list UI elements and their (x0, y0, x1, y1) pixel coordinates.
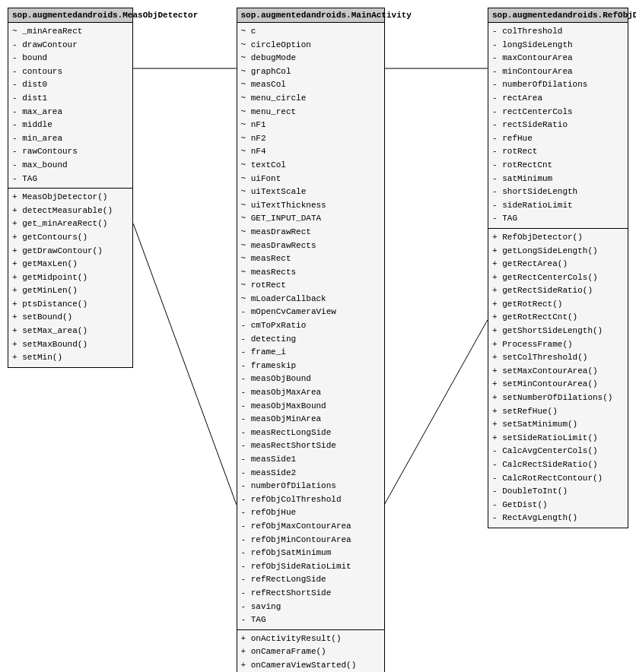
field-item: - middle (12, 119, 129, 132)
field-item: - measObjMaxBound (241, 400, 380, 414)
field-item: - refHue (492, 132, 624, 146)
method-item: + getDrawContour() (12, 245, 129, 258)
field-item: ~ uiFont (241, 173, 380, 186)
field-item: - dist1 (12, 92, 129, 106)
field-item: ~ debugMode (241, 52, 380, 65)
field-item: ~ measRects (241, 266, 380, 280)
method-item: + ptsDistance() (12, 298, 129, 312)
field-item: ~ menu_circle (241, 92, 380, 106)
field-item: - frame_i (241, 346, 380, 360)
field-item: - rectArea (492, 92, 624, 106)
svg-line-1 (133, 223, 237, 504)
field-item: - drawContour (12, 39, 129, 52)
field-item: ~ mLoaderCallback (241, 293, 380, 306)
method-item: + getShortSideLength() (492, 325, 624, 338)
field-item: - refRectShortSide (241, 587, 380, 601)
field-item: - refObjMinContourArea (241, 534, 380, 547)
field-item: - satMinimum (492, 173, 624, 186)
field-item: ~ uiTextThickness (241, 199, 380, 213)
svg-line-3 (385, 320, 488, 505)
left-class-box: sop.augmentedandroids.MeasObjDetector ~ … (8, 8, 133, 368)
field-item: - shortSideLength (492, 185, 624, 199)
method-item: + getRectSideRatio() (492, 284, 624, 298)
field-item: - numberOfDilations (241, 480, 380, 493)
field-item: - sideRatioLimit (492, 199, 624, 213)
field-item: - refObjSatMinimum (241, 547, 380, 560)
method-item: + getRotRect() (492, 298, 624, 312)
method-item: + getRotRectCnt() (492, 311, 624, 325)
method-item: + getRectCenterCols() (492, 271, 624, 285)
right-class-box: sop.augmentedandroids.RefObjDetector - c… (488, 8, 628, 528)
method-item: + get_minAreaRect() (12, 217, 129, 231)
field-item: - rawContours (12, 145, 129, 159)
right-fields-section: - colThreshold- longSideLength- maxConto… (488, 23, 628, 229)
left-connector-area (170, 8, 200, 672)
field-item: ~ measCol (241, 78, 380, 92)
field-item: - refObjHue (241, 506, 380, 520)
center-fields-section: ~ c~ circleOption~ debugMode~ graphCol~ … (237, 23, 384, 630)
field-item: - TAG (241, 613, 380, 627)
method-item: + setSideRatioLimit() (492, 432, 624, 445)
field-item: - rotRect (492, 145, 624, 159)
method-item: + detectMeasurable() (12, 204, 129, 218)
method-item: + getMaxLen() (12, 258, 129, 271)
field-item: - frameskip (241, 360, 380, 373)
method-item: - DoubleToInt() (492, 485, 624, 499)
field-item: ~ menu_rect (241, 106, 380, 119)
field-item: - contours (12, 65, 129, 79)
field-item: ~ nF4 (241, 145, 380, 159)
field-item: - dist0 (12, 78, 129, 92)
method-item: - CalcRotRectContour() (492, 472, 624, 486)
left-methods-section: + MeasObjDetector()+ detectMeasurable()+… (8, 189, 132, 367)
field-item: ~ GET_INPUT_DATA (241, 212, 380, 226)
method-item: + setMinContourArea() (492, 378, 624, 391)
method-item: + ProcessFrame() (492, 338, 624, 352)
field-item: - detecting (241, 333, 380, 347)
field-item: - max_bound (12, 159, 129, 173)
field-item: - rotRectCnt (492, 159, 624, 173)
method-item: + setColThreshold() (492, 351, 624, 365)
method-item: + getLongSideLength() (492, 245, 624, 258)
field-item: ~ measRect (241, 252, 380, 266)
method-item: - CalcAvgCenterCols() (492, 445, 624, 458)
method-item: + setMaxContourArea() (492, 365, 624, 379)
method-item: + getRectArea() (492, 258, 624, 271)
field-item: - TAG (492, 212, 624, 226)
right-methods-section: + RefObjDetector()+ getLongSideLength()+… (488, 229, 628, 528)
method-item: - RectAvgLength() (492, 512, 624, 525)
method-item: + setSatMinimum() (492, 418, 624, 432)
field-item: - numberOfDilations (492, 78, 624, 92)
field-item: - bound (12, 52, 129, 65)
field-item: - cmToPxRatio (241, 319, 380, 333)
field-item: ~ c (241, 25, 380, 39)
right-class-title: sop.augmentedandroids.RefObjDetector (488, 8, 628, 23)
field-item: - rectSideRatio (492, 119, 624, 132)
field-item: - measObjBound (241, 372, 380, 386)
method-item: + setMaxBound() (12, 338, 129, 352)
method-item: + onCameraFrame() (241, 645, 380, 659)
method-item: + setNumberOfDilations() (492, 391, 624, 405)
method-item: + onCameraViewStarted() (241, 659, 380, 672)
field-item: - refObjMaxContourArea (241, 520, 380, 534)
field-item: ~ measDrawRects (241, 239, 380, 253)
field-item: - min_area (12, 132, 129, 146)
method-item: + setRefHue() (492, 405, 624, 419)
field-item: - minContourArea (492, 65, 624, 79)
field-item: ~ nF1 (241, 119, 380, 132)
field-item: - mOpenCvCameraView (241, 306, 380, 319)
method-item: - CalcRectSideRatio() (492, 458, 624, 472)
field-item: ~ nF2 (241, 132, 380, 146)
field-item: ~ uiTextScale (241, 185, 380, 199)
method-item: + onActivityResult() (241, 632, 380, 646)
left-fields-section: ~ _minAreaRect- drawContour- bound- cont… (8, 23, 132, 189)
field-item: - TAG (12, 173, 129, 186)
field-item: ~ measDrawRect (241, 226, 380, 239)
field-item: ~ textCol (241, 159, 380, 173)
field-item: - longSideLength (492, 39, 624, 52)
field-item: ~ circleOption (241, 39, 380, 52)
left-class-title: sop.augmentedandroids.MeasObjDetector (8, 8, 132, 23)
method-item: - GetDist() (492, 499, 624, 512)
field-item: - colThreshold (492, 25, 624, 39)
center-class-box: sop.augmentedandroids.MainActivity ~ c~ … (237, 8, 385, 672)
center-methods-section: + onActivityResult()+ onCameraFrame()+ o… (237, 630, 384, 672)
